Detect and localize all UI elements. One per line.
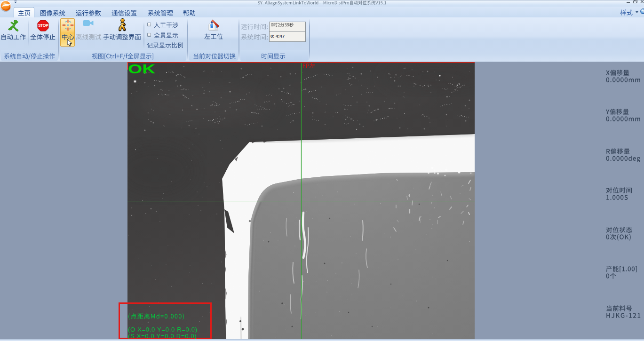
svg-text:?: ?	[642, 9, 644, 14]
svg-text:STOP: STOP	[38, 23, 48, 28]
